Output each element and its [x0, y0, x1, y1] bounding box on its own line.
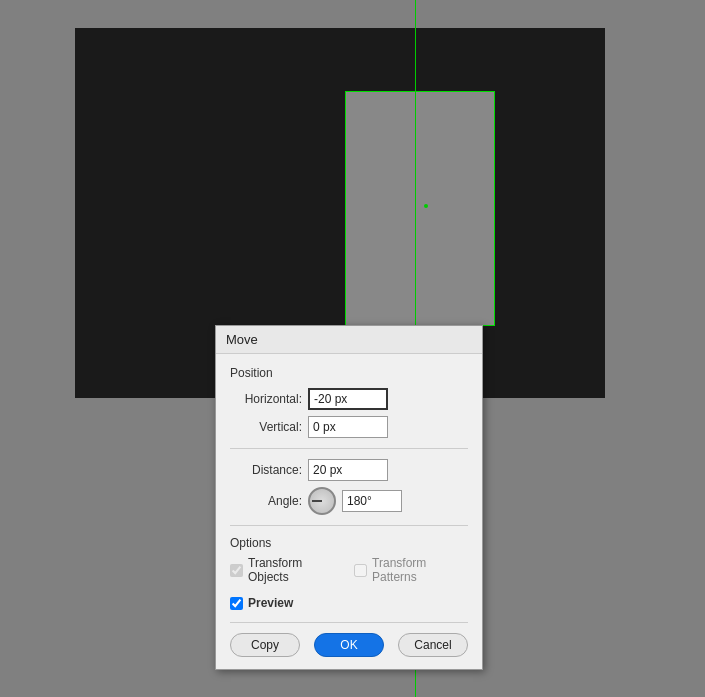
- ok-button[interactable]: OK: [314, 633, 384, 657]
- button-row: Copy OK Cancel: [230, 622, 468, 657]
- angle-row: Angle:: [230, 487, 468, 515]
- dialog-title: Move: [226, 332, 258, 347]
- transform-patterns-checkbox[interactable]: [354, 564, 367, 577]
- vertical-label: Vertical:: [230, 420, 302, 434]
- transform-objects-row: Transform Objects: [230, 556, 340, 584]
- dialog-titlebar: Move: [216, 326, 482, 354]
- preview-checkbox[interactable]: [230, 597, 243, 610]
- center-dot: [424, 204, 428, 208]
- options-title: Options: [230, 536, 468, 550]
- move-dialog: Move Position Horizontal: Vertical: Dist…: [215, 325, 483, 670]
- distance-input[interactable]: [308, 459, 388, 481]
- distance-label: Distance:: [230, 463, 302, 477]
- dialog-body: Position Horizontal: Vertical: Distance:…: [216, 354, 482, 669]
- copy-button[interactable]: Copy: [230, 633, 300, 657]
- preview-label: Preview: [248, 596, 293, 610]
- cancel-button[interactable]: Cancel: [398, 633, 468, 657]
- options-section: Options Transform Objects Transform Patt…: [230, 536, 468, 588]
- horizontal-input[interactable]: [308, 388, 388, 410]
- transform-patterns-label: Transform Patterns: [372, 556, 468, 584]
- preview-row: Preview: [230, 596, 468, 610]
- angle-dial[interactable]: [308, 487, 336, 515]
- vertical-row: Vertical:: [230, 416, 468, 438]
- transform-objects-checkbox[interactable]: [230, 564, 243, 577]
- shape-rectangle: [345, 91, 495, 326]
- transform-patterns-row: Transform Patterns: [354, 556, 468, 584]
- angle-label: Angle:: [230, 494, 302, 508]
- distance-row: Distance:: [230, 459, 468, 481]
- options-checkboxes: Transform Objects Transform Patterns: [230, 556, 468, 588]
- position-section-label: Position: [230, 366, 468, 380]
- horizontal-row: Horizontal:: [230, 388, 468, 410]
- vertical-input[interactable]: [308, 416, 388, 438]
- angle-dial-indicator: [312, 500, 322, 502]
- divider-2: [230, 525, 468, 526]
- transform-objects-label: Transform Objects: [248, 556, 340, 584]
- divider-1: [230, 448, 468, 449]
- angle-input[interactable]: [342, 490, 402, 512]
- horizontal-label: Horizontal:: [230, 392, 302, 406]
